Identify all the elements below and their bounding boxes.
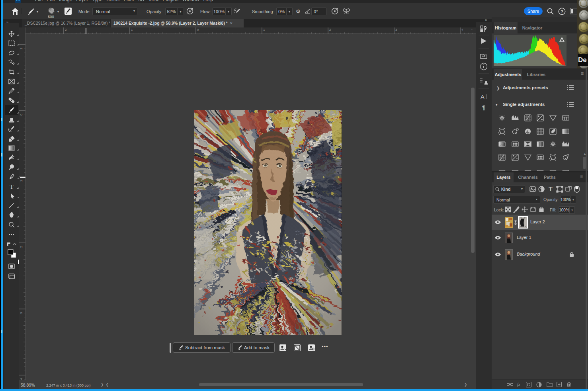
- svg-text:¶: ¶: [482, 104, 485, 111]
- svg-text:T: T: [549, 186, 553, 192]
- svg-text:4: 4: [461, 28, 463, 31]
- svg-text:1: 1: [20, 47, 23, 49]
- svg-text:1: 1: [20, 180, 23, 182]
- svg-text:3: 3: [395, 28, 397, 31]
- svg-text:4: 4: [20, 378, 23, 380]
- svg-text:3: 3: [20, 312, 23, 314]
- svg-text:?: ?: [561, 9, 563, 14]
- svg-text:0: 0: [20, 113, 23, 115]
- svg-text:T: T: [10, 184, 13, 190]
- svg-text:1: 1: [263, 28, 265, 31]
- svg-text:2: 2: [20, 246, 23, 248]
- svg-text:0: 0: [197, 28, 199, 31]
- svg-text:2: 2: [329, 28, 331, 31]
- svg-text:A: A: [481, 94, 484, 100]
- svg-text:2: 2: [65, 28, 67, 31]
- svg-text:1: 1: [131, 28, 133, 31]
